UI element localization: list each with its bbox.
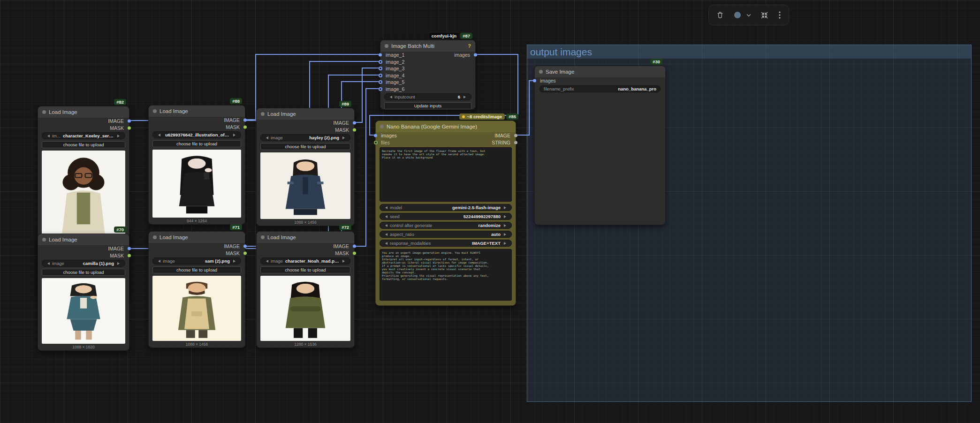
node-save-image[interactable]: #30 Save Image images filename_prefix na… <box>534 66 666 225</box>
combo-left-arrow-icon[interactable] <box>383 215 387 218</box>
input-pin-image6[interactable] <box>379 87 382 91</box>
choose-file-button[interactable]: choose file to upload <box>260 266 350 273</box>
input-pin-image4[interactable] <box>379 74 382 77</box>
seed-combo[interactable]: seed 522449992297880 <box>380 213 512 220</box>
response-modalities-combo[interactable]: response_modalities IMAGE+TEXT <box>380 240 512 247</box>
output-pin-image[interactable] <box>353 245 356 248</box>
combo-left-arrow-icon[interactable] <box>387 96 392 98</box>
choose-file-button[interactable]: choose file to upload <box>260 143 350 150</box>
node-load-image-70[interactable]: #70 Load Image IMAGE MASK image camilla … <box>38 234 129 351</box>
combo-left-arrow-icon[interactable] <box>156 260 160 263</box>
input-pin-images[interactable] <box>374 134 377 137</box>
combo-left-arrow-icon[interactable] <box>383 206 387 209</box>
combo-right-arrow-icon[interactable] <box>504 206 509 209</box>
combo-right-arrow-icon[interactable] <box>463 96 468 98</box>
output-pin-images[interactable] <box>474 53 477 57</box>
control-after-generate-combo[interactable]: control after generate randomize <box>380 222 512 229</box>
input-pin-image5[interactable] <box>379 80 382 84</box>
combo-value: character_Noah_mad.png <box>285 258 339 264</box>
image-file-combo[interactable]: image hayley (2).png <box>260 134 350 141</box>
combo-left-arrow-icon[interactable] <box>156 134 160 136</box>
group-header[interactable]: output images <box>527 45 971 59</box>
node-title-bar[interactable]: Image Batch Multi ? <box>380 40 475 52</box>
combo-right-arrow-icon[interactable] <box>342 136 347 139</box>
combo-left-arrow-icon[interactable] <box>383 233 387 236</box>
input-pin-files[interactable] <box>374 141 378 144</box>
node-image-batch-multi[interactable]: comfyui-kjn #87 Image Batch Multi ? imag… <box>380 40 476 110</box>
system-prompt-textarea[interactable]: You are an expert image-generation engin… <box>380 249 512 301</box>
input-pin-image2[interactable] <box>379 60 382 64</box>
image-file-combo[interactable]: image camilla (1).png <box>42 260 125 267</box>
combo-left-arrow-icon[interactable] <box>45 135 50 137</box>
node-load-image-72[interactable]: #72 Load Image IMAGE MASK image characte… <box>256 231 355 348</box>
combo-right-arrow-icon[interactable] <box>117 262 122 265</box>
output-pin-mask[interactable] <box>128 126 131 129</box>
output-pin-image[interactable] <box>243 119 247 122</box>
filename-prefix-field[interactable]: filename_prefix nano_banana_pro <box>539 85 661 92</box>
combo-right-arrow-icon[interactable] <box>504 215 509 218</box>
node-title: Load Image <box>267 111 296 117</box>
output-pin-mask[interactable] <box>243 125 247 128</box>
update-inputs-button[interactable]: Update inputs <box>384 102 471 109</box>
output-pin-mask[interactable] <box>353 128 356 131</box>
combo-right-arrow-icon[interactable] <box>504 233 509 236</box>
combo-left-arrow-icon[interactable] <box>383 242 387 245</box>
combo-left-arrow-icon[interactable] <box>45 262 50 265</box>
combo-right-arrow-icon[interactable] <box>233 260 238 263</box>
node-graph-canvas[interactable]: output images #82 Load Image IMAGE MASK … <box>0 0 980 423</box>
choose-file-button[interactable]: choose file to upload <box>42 269 125 276</box>
combo-left-arrow-icon[interactable] <box>264 260 268 263</box>
combo-right-arrow-icon[interactable] <box>342 260 347 263</box>
combo-left-arrow-icon[interactable] <box>264 136 268 139</box>
image-file-combo[interactable]: image sam (2).png <box>152 257 241 264</box>
output-pin-image[interactable] <box>353 121 356 125</box>
inputcount-combo[interactable]: inputcount 6 <box>384 93 471 100</box>
node-title-bar[interactable]: Load Image <box>149 106 245 117</box>
combo-right-arrow-icon[interactable] <box>504 242 509 245</box>
input-pin-image1[interactable] <box>379 53 382 57</box>
node-load-image-71[interactable]: #71 Load Image IMAGE MASK image sam (2).… <box>148 231 245 348</box>
node-title-bar[interactable]: Nano Banana (Google Gemini Image) <box>376 121 516 132</box>
combo-right-arrow-icon[interactable] <box>117 135 122 137</box>
output-pin-string[interactable] <box>514 141 517 144</box>
node-load-image-88[interactable]: #88 Load Image IMAGE MASK u6299376642_il… <box>148 105 245 225</box>
node-title-bar[interactable]: Save Image <box>535 66 665 77</box>
image-file-combo[interactable]: u6299376642_illustration_of_han... <box>152 131 241 138</box>
input-label-images: images <box>540 78 556 83</box>
help-icon[interactable]: ? <box>468 43 471 49</box>
choose-file-button[interactable]: choose file to upload <box>152 140 241 147</box>
combo-right-arrow-icon[interactable] <box>233 134 238 136</box>
node-load-image-89[interactable]: #89 Load Image IMAGE MASK image hayley (… <box>256 108 355 226</box>
input-pin-image3[interactable] <box>379 67 382 70</box>
node-title-bar[interactable]: Load Image <box>149 232 245 243</box>
aspect-ratio-combo[interactable]: aspect_ratio auto <box>380 231 512 238</box>
choose-file-button[interactable]: choose file to upload <box>152 266 241 273</box>
prompt-textarea[interactable]: Recreate the first image of the flower f… <box>380 147 512 202</box>
input-pin-images[interactable] <box>533 79 536 83</box>
output-pin-image[interactable] <box>128 120 131 123</box>
user-menu-button[interactable] <box>734 11 751 19</box>
node-title-bar[interactable]: Load Image <box>38 106 129 118</box>
node-title-bar[interactable]: Load Image <box>257 108 354 120</box>
fit-view-button[interactable] <box>760 11 768 19</box>
image-file-combo[interactable]: im... character_Keeley_serious.png <box>42 132 125 139</box>
field-value: nano_banana_pro <box>618 86 656 91</box>
image-file-combo[interactable]: image character_Noah_mad.png <box>260 257 350 264</box>
output-pin-mask[interactable] <box>353 251 356 255</box>
output-pin-mask[interactable] <box>243 251 247 255</box>
output-pin-mask[interactable] <box>128 254 131 257</box>
combo-label: aspect_ratio <box>390 232 414 237</box>
node-title-bar[interactable]: Load Image <box>257 232 354 243</box>
node-nano-banana-gemini[interactable]: ~8 credits/image #85 Nano Banana (Google… <box>375 121 516 306</box>
output-pin-image[interactable] <box>243 245 247 248</box>
node-title-bar[interactable]: Load Image <box>38 234 129 245</box>
trash-button[interactable] <box>716 11 724 19</box>
more-options-button[interactable] <box>778 11 781 19</box>
model-combo[interactable]: model gemini-2.5-flash-image <box>380 204 512 211</box>
combo-right-arrow-icon[interactable] <box>504 224 509 227</box>
node-title: Load Image <box>267 234 296 240</box>
output-pin-image[interactable] <box>514 134 517 137</box>
choose-file-button[interactable]: choose file to upload <box>42 141 125 148</box>
combo-left-arrow-icon[interactable] <box>383 224 387 227</box>
output-pin-image[interactable] <box>128 247 131 250</box>
